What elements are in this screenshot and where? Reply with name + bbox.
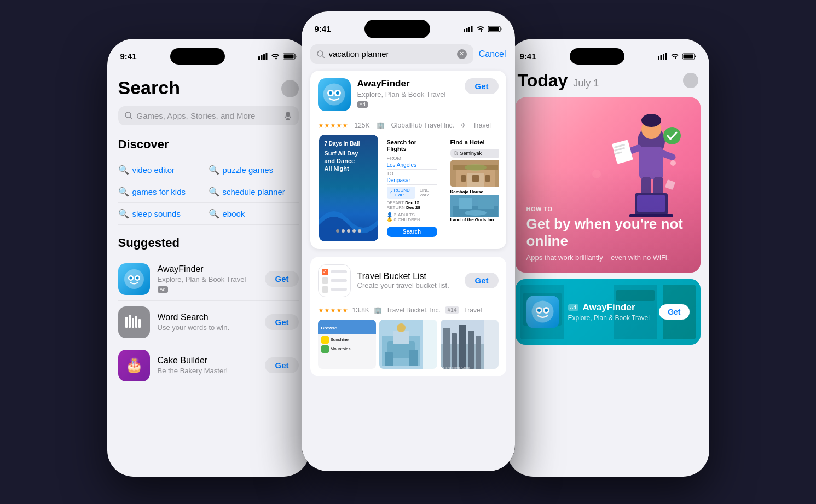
hotel-search-bar[interactable]: Seminyak xyxy=(450,149,499,158)
discover-item-sleep[interactable]: 🔍 sleep sounds xyxy=(118,203,209,225)
suggested-title: Suggested xyxy=(118,236,299,250)
get-button-cake[interactable]: Get xyxy=(265,357,298,373)
second-app-screenshots: Browse Sunshine Mountains xyxy=(318,320,499,369)
check-empty1 xyxy=(322,277,328,284)
svg-rect-0 xyxy=(258,56,260,60)
hero-card-label: HOW TO Get by when you're not online App… xyxy=(516,97,701,273)
search-input-center[interactable]: vacation planner ✕ xyxy=(310,44,473,64)
signal-icon-center xyxy=(464,26,473,32)
discover-item-schedule[interactable]: 🔍 schedule planner xyxy=(209,181,299,203)
bar2 xyxy=(331,279,347,282)
svg-point-95 xyxy=(537,309,541,312)
discover-title: Discover xyxy=(118,137,299,152)
flight-screenshot: Search for Flights FROM Los Angeles TO D… xyxy=(383,135,442,241)
svg-rect-19 xyxy=(466,28,467,32)
cake-info: Cake Builder Be the Bakery Master! xyxy=(158,356,258,375)
publisher-icon2: 🏢 xyxy=(374,306,382,314)
second-app-stars: ★★★★★ xyxy=(318,306,348,314)
search-page-title: Search xyxy=(118,77,180,99)
avatar-right[interactable] xyxy=(683,73,698,88)
dot1 xyxy=(336,229,339,233)
svg-rect-2 xyxy=(263,54,265,60)
today-date: July 1 xyxy=(573,78,599,89)
svg-rect-61 xyxy=(658,56,659,60)
one-way-label: ONE WAY xyxy=(418,187,437,199)
today-header: Today July 1 xyxy=(507,66,709,97)
discover-item-video[interactable]: 🔍 video editor xyxy=(118,159,209,181)
mini-icon-mountains xyxy=(321,345,329,353)
avatar-left[interactable] xyxy=(281,80,299,97)
wordsearch-app-icon xyxy=(118,306,150,338)
search-small-icon2: 🔍 xyxy=(209,165,219,175)
discover-item-kids[interactable]: 🔍 games for kids xyxy=(118,181,209,203)
bottom-card[interactable]: Ad AwayFinder Explore, Plan & Book Trave… xyxy=(516,279,701,345)
svg-point-45 xyxy=(465,210,487,216)
status-bar-right: 9:41 xyxy=(507,39,709,66)
flight-search-button[interactable]: Search xyxy=(387,227,437,237)
hotel-pool-svg xyxy=(450,195,499,217)
check-orange: ✓ xyxy=(322,269,328,275)
hotel-card-title: Find a Hotel xyxy=(450,139,499,146)
svg-rect-58 xyxy=(468,331,474,369)
status-icons-left xyxy=(258,53,297,60)
featured-app-rating-count: 125K xyxy=(355,121,370,129)
hero-card[interactable]: HOW TO Get by when you're not online App… xyxy=(516,97,701,273)
second-app-publisher: Travel Bucket, Inc. xyxy=(386,306,441,314)
get-button-bucket[interactable]: Get xyxy=(465,273,498,288)
discover-label-ebook: ebook xyxy=(223,209,245,218)
discover-item-puzzle[interactable]: 🔍 puzzle games xyxy=(209,159,299,181)
svg-point-8 xyxy=(124,269,144,289)
hotel-image-1 xyxy=(450,160,499,187)
get-button-bottom-card[interactable]: Get xyxy=(659,304,689,320)
bucket-line3 xyxy=(322,286,347,293)
howto-badge: HOW TO xyxy=(526,206,690,212)
svg-rect-66 xyxy=(683,54,693,58)
mini-browse-header: Browse xyxy=(318,320,376,334)
second-app-name: Travel Bucket List xyxy=(357,271,459,281)
mini-icon-sunshine xyxy=(321,336,329,344)
phone-right: 9:41 Today July 1 xyxy=(507,39,709,477)
search-small-icon: 🔍 xyxy=(118,165,129,175)
dot4 xyxy=(352,229,356,233)
hotel-search-icon xyxy=(454,151,458,155)
svg-point-96 xyxy=(545,309,548,312)
wordsearch-info: Word Search Use your words to win. xyxy=(158,312,258,332)
discover-label-video: video editor xyxy=(132,165,175,175)
clear-button-center[interactable]: ✕ xyxy=(457,49,467,59)
dot3 xyxy=(347,229,350,233)
svg-rect-14 xyxy=(129,315,131,328)
svg-rect-43 xyxy=(459,198,472,209)
discover-item-ebook[interactable]: 🔍 ebook xyxy=(209,203,299,225)
second-app-desc: Create your travel bucket list. xyxy=(357,281,459,289)
featured-app-card: AwayFinder Explore, Plan & Book Travel A… xyxy=(310,71,506,249)
svg-rect-51 xyxy=(385,352,393,366)
time-right: 9:41 xyxy=(520,51,536,61)
get-button-center-featured[interactable]: Get xyxy=(465,78,498,94)
get-button-wordsearch[interactable]: Get xyxy=(265,314,298,330)
svg-rect-1 xyxy=(261,55,262,60)
svg-rect-44 xyxy=(478,198,494,209)
awayfinder-face-center xyxy=(322,82,346,107)
svg-point-30 xyxy=(336,91,339,95)
dot2 xyxy=(342,229,345,233)
search-small-icon3: 🔍 xyxy=(118,187,129,197)
mini-screenshot-2 xyxy=(379,320,437,369)
mini-screenshot-3: Hong Kong, China xyxy=(441,320,499,369)
svg-rect-59 xyxy=(476,336,481,369)
flight-from-city: Los Angeles xyxy=(387,162,437,170)
children-row: 👶0CHILDREN xyxy=(387,217,437,222)
awayfinder-name-left: AwayFinder xyxy=(158,264,258,274)
battery-icon-right xyxy=(682,53,696,60)
search-bar-left[interactable]: Games, Apps, Stories, and More xyxy=(118,106,299,125)
ad-badge-awayfinder: Ad xyxy=(158,286,168,293)
cake-name: Cake Builder xyxy=(158,356,258,366)
get-button-awayfinder-left[interactable]: Get xyxy=(265,271,298,287)
awayfinder-face-bottom xyxy=(530,299,555,324)
svg-point-6 xyxy=(125,112,131,118)
cake-app-icon: 🎂 xyxy=(118,350,150,381)
search-small-icon5: 🔍 xyxy=(118,208,129,219)
mini-browse-content: Sunshine Mountains xyxy=(318,334,376,369)
awayfinder-face-svg xyxy=(123,268,145,290)
cancel-button-center[interactable]: Cancel xyxy=(479,49,506,59)
mic-icon-left[interactable] xyxy=(283,111,292,120)
